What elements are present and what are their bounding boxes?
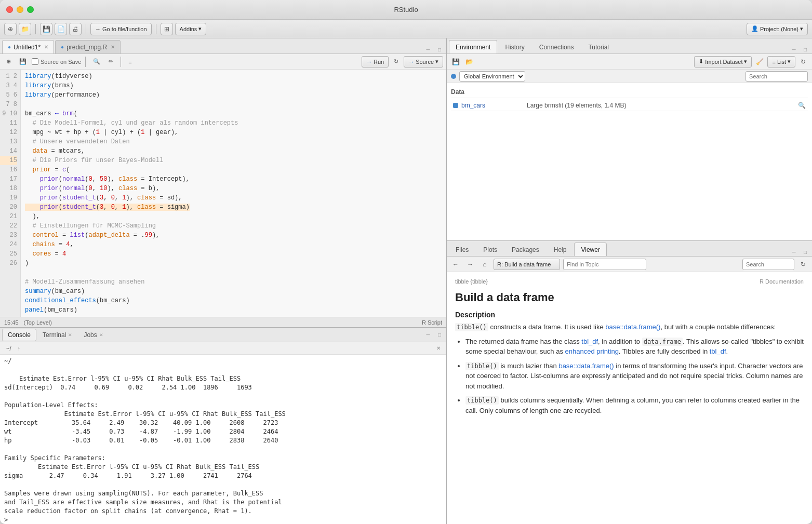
title-bar: RStudio [0,0,812,20]
maximize-button[interactable] [27,6,34,13]
save-all-btn[interactable]: 📄 [55,23,67,35]
data-var-value: Large brmsfit (19 elements, 1.4 MB) [527,102,795,109]
run-btn[interactable]: → Run [362,56,389,68]
new-file-icon: ⊕ [8,25,13,33]
format-btn[interactable]: ⊕ [3,56,14,68]
new-file-btn[interactable]: ⊕ [4,23,17,35]
search-editor-btn[interactable]: 🔍 [90,56,103,68]
tab-predict-mpg-close[interactable]: ✕ [111,44,115,50]
env-minimize-btn[interactable]: ─ [789,45,798,53]
env-maximize-btn[interactable]: □ [801,45,810,53]
doc-body: tibble() constructs a data frame. It is … [455,322,804,415]
viewer-forward-btn[interactable]: → [464,259,476,270]
link-base-data-frame[interactable]: base::data.frame() [605,323,660,331]
forward-icon: → [467,261,473,268]
tab-jobs-close[interactable]: ✕ [99,332,103,338]
find-topic-input[interactable] [563,259,646,270]
tab-terminal-label: Terminal [43,331,66,339]
source-label: Source [416,59,434,65]
env-broom-btn[interactable]: 🧹 [754,56,765,68]
viewer-minimize-btn[interactable]: ─ [789,248,798,256]
viewer-tabs-bar: Files Plots Packages Help Viewer [447,241,812,257]
close-button[interactable] [6,6,13,13]
console-content[interactable]: ~/ Estimate Est.Error l-95% CI u-95% CI … [0,355,446,524]
tab-files[interactable]: Files [449,243,475,256]
tab-viewer[interactable]: Viewer [574,243,606,256]
tab-connections[interactable]: Connections [533,40,581,53]
environment-content: Data bm_cars Large brmsfit (19 elements,… [447,83,812,240]
go-to-file-btn[interactable]: → Go to file/function [90,23,152,35]
tab-help[interactable]: Help [547,243,574,256]
viewer-search-input[interactable] [742,259,794,270]
list-btn[interactable]: ≡ List ▾ [767,56,795,68]
broom-icon: 🧹 [756,58,764,65]
save-editor-icon: 💾 [19,58,26,65]
tab-plots[interactable]: Plots [476,243,504,256]
console-clear-btn[interactable]: ✕ [434,344,443,353]
viewer-back-btn[interactable]: ← [450,259,461,270]
viewer-refresh-btn[interactable]: ↻ [797,259,809,270]
doc-description-text: tibble() constructs a data frame. It is … [455,322,804,332]
console-minimize-btn[interactable]: ─ [423,331,433,339]
list-icon: ≡ [772,59,775,65]
data-section-header: Data [451,86,808,98]
source-on-save-checkbox[interactable] [32,58,38,65]
open-file-btn[interactable]: 📁 [19,23,31,35]
print-icon: 🖨 [72,25,78,33]
save-btn[interactable]: 💾 [40,23,52,35]
tab-tutorial[interactable]: Tutorial [581,40,616,53]
env-refresh-btn[interactable]: ↻ [797,56,809,68]
source-btn[interactable]: → Source ▾ [404,56,443,68]
env-load-btn[interactable]: 📂 [463,56,475,68]
data-row-bm-cars[interactable]: bm_cars Large brmsfit (19 elements, 1.4 … [451,100,808,111]
global-env-select[interactable]: Global Environment [459,71,525,82]
tab-history[interactable]: History [498,40,531,53]
console-maximize-btn[interactable]: □ [435,331,444,339]
save-editor-btn[interactable]: 💾 [16,56,30,68]
env-save-icon: 💾 [452,58,460,65]
doc-description-header: Description [455,311,804,319]
editor-maximize-btn[interactable]: □ [435,45,444,53]
link-tbl-df-2[interactable]: tbl_df [710,347,726,355]
env-save-btn[interactable]: 💾 [450,56,461,68]
print-btn[interactable]: 🖨 [69,23,82,35]
console-up-btn[interactable]: ↑ [14,343,23,354]
left-panel: ● Untitled1* ✕ ● predict_mpg.R ✕ ─ □ [0,38,447,524]
script-type: R Script [422,319,442,326]
link-tbl-df-1[interactable]: tbl_df [581,338,598,345]
re-run-btn[interactable]: ↻ [391,56,402,68]
tab-terminal[interactable]: Terminal ✕ [37,329,77,341]
code-tools-btn[interactable]: ≡ [125,56,135,68]
tab-untitled1-close[interactable]: ✕ [44,44,48,50]
grid-icon-btn[interactable]: ⊞ [161,23,173,35]
spell-check-btn[interactable]: ✏ [105,56,116,68]
tab-untitled1-label: Untitled1* [14,44,41,51]
tab-jobs[interactable]: Jobs ✕ [78,329,108,341]
editor-content[interactable]: 1 2 3 4 5 6 7 8 9 10 11 12 13 14 15 16 1… [0,70,446,317]
viewer-maximize-btn[interactable]: □ [801,248,810,256]
console-home-btn[interactable]: ~/ [3,343,14,354]
editor-area: ● Untitled1* ✕ ● predict_mpg.R ✕ ─ □ [0,38,446,328]
link-enhanced-printing[interactable]: enhanced printing [565,347,619,355]
tab-console[interactable]: Console [2,329,36,341]
addins-btn[interactable]: Addins ▾ [175,23,207,35]
import-dataset-btn[interactable]: ⬇ Import Dataset ▾ [694,56,752,68]
list-arrow-icon: ▾ [788,58,791,65]
tab-environment[interactable]: Environment [449,40,497,53]
env-search-input[interactable] [746,71,808,82]
source-dropdown-icon: ▾ [435,58,438,65]
global-env-dot [451,74,456,79]
project-btn[interactable]: 👤 Project: (None) ▾ [747,23,808,35]
code-editor[interactable]: library(tidyverse) library(brms) library… [21,70,446,317]
tab-predict-mpg[interactable]: ● predict_mpg.R ✕ [55,40,121,53]
tab-packages[interactable]: Packages [505,243,546,256]
build-select[interactable]: R: Build a data frame [494,259,560,270]
minimize-button[interactable] [17,6,23,13]
link-base-data-frame-2[interactable]: base::data.frame() [558,362,614,370]
tab-untitled1[interactable]: ● Untitled1* ✕ [2,40,54,53]
line-numbers: 1 2 3 4 5 6 7 8 9 10 11 12 13 14 15 16 1… [0,70,21,317]
viewer-home-btn[interactable]: ⌂ [479,259,490,270]
data-search-icon[interactable]: 🔍 [798,102,806,109]
editor-minimize-btn[interactable]: ─ [423,45,433,53]
tab-terminal-close[interactable]: ✕ [68,332,72,338]
